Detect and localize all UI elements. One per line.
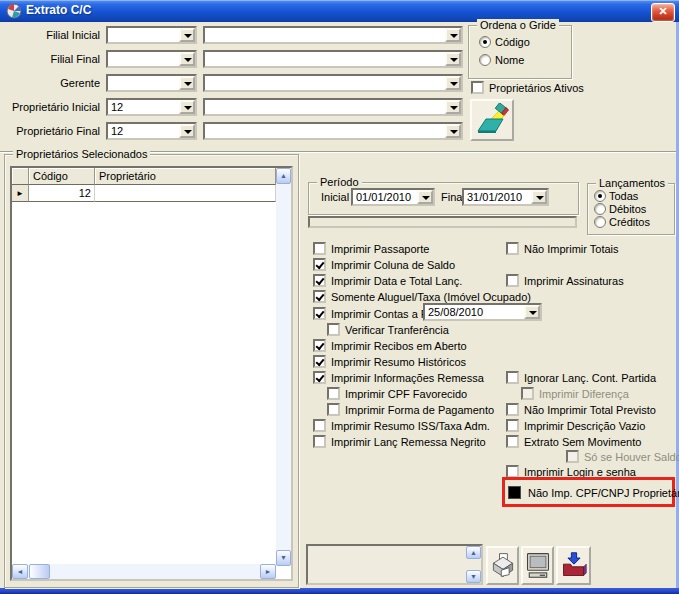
checkbox[interactable] xyxy=(313,355,326,368)
grid-corner-cell xyxy=(12,168,29,185)
radio-lancamentos-creditos[interactable] xyxy=(594,216,606,228)
checkbox[interactable] xyxy=(313,339,326,352)
checkbox[interactable] xyxy=(327,403,340,416)
chevron-down-icon[interactable] xyxy=(179,76,195,90)
checkbox[interactable] xyxy=(313,435,326,448)
clear-filters-button[interactable] xyxy=(470,99,514,141)
screen-preview-button[interactable] xyxy=(521,546,554,585)
grid-header-proprietario[interactable]: Proprietário xyxy=(95,168,276,185)
checkbox[interactable] xyxy=(471,81,484,94)
periodo-inicial-combo[interactable]: 01/01/2010 xyxy=(351,188,435,206)
checkbox[interactable] xyxy=(506,403,519,416)
radio-ordena-codigo[interactable] xyxy=(479,36,491,48)
progress-panel xyxy=(308,216,577,228)
checkbox[interactable] xyxy=(327,323,340,336)
chevron-down-icon[interactable] xyxy=(445,100,461,114)
row-indicator-icon: ► xyxy=(12,185,29,202)
radio-lancamentos-debitos[interactable] xyxy=(594,203,606,215)
sweep-clean-icon xyxy=(475,103,509,137)
grid-horizontal-scrollbar[interactable]: ◄ ► xyxy=(12,564,276,579)
chevron-down-icon[interactable] xyxy=(179,124,195,138)
filial-inicial-name-combo[interactable] xyxy=(203,26,463,44)
filial-inicial-label: Filial Inicial xyxy=(0,26,100,44)
proprietarios-selecionados-group: Proprietários Selecionados Código Propri… xyxy=(4,154,299,588)
proprietarios-selecionados-title: Proprietários Selecionados xyxy=(13,148,150,161)
ordena-gride-title: Ordena o Gride xyxy=(477,19,559,32)
lancamentos-group: Lançamentos Todas Débitos Créditos xyxy=(587,183,675,235)
chevron-down-icon[interactable] xyxy=(445,52,461,66)
scroll-up-icon[interactable]: ▲ xyxy=(466,546,481,559)
proprietarios-grid[interactable]: Código Proprietário ► 12 ▲ ▼ ◄ ► xyxy=(10,166,293,581)
scroll-right-icon[interactable]: ► xyxy=(260,564,276,579)
scroll-down-icon[interactable]: ▼ xyxy=(466,570,481,583)
grid-header-codigo[interactable]: Código xyxy=(29,168,95,185)
radio-ordena-codigo-label: Código xyxy=(495,36,530,49)
checkbox[interactable] xyxy=(506,435,519,448)
chevron-down-icon[interactable] xyxy=(179,52,195,66)
gerente-name-combo[interactable] xyxy=(203,74,463,92)
app-icon xyxy=(6,3,22,19)
checkbox-nao-imp-cpf-cnpj-proprietario[interactable] xyxy=(508,486,521,499)
window-bottom-border xyxy=(0,588,679,594)
proprietario-final-name-combo[interactable] xyxy=(203,122,463,140)
proprietario-final-label: Proprietário Final xyxy=(0,122,100,140)
checkbox[interactable] xyxy=(313,290,326,303)
chevron-down-icon[interactable] xyxy=(179,28,195,42)
gerente-label: Gerente xyxy=(0,74,100,92)
radio-lancamentos-todas[interactable] xyxy=(594,190,606,202)
scroll-down-icon[interactable]: ▼ xyxy=(276,550,291,566)
scroll-left-icon[interactable]: ◄ xyxy=(12,564,28,579)
proprietario-inicial-label: Proprietário Inicial xyxy=(0,98,100,116)
checkbox[interactable] xyxy=(313,258,326,271)
folder-download-icon xyxy=(560,551,588,581)
ordena-gride-group: Ordena o Gride Código Nome xyxy=(468,25,572,79)
gerente-code-combo[interactable] xyxy=(106,74,197,92)
radio-ordena-nome-label: Nome xyxy=(495,54,524,67)
grid-cell-proprietario[interactable] xyxy=(95,185,276,202)
chevron-down-icon[interactable] xyxy=(417,190,433,204)
checkbox xyxy=(566,450,579,463)
export-save-button[interactable] xyxy=(556,546,591,585)
checkbox[interactable] xyxy=(506,274,519,287)
close-button[interactable]: ✕ xyxy=(651,3,675,22)
filial-final-code-combo[interactable] xyxy=(106,50,197,68)
lancamentos-title: Lançamentos xyxy=(596,177,668,190)
checkbox[interactable] xyxy=(506,242,519,255)
nao-imp-cpf-cnpj-label: Não Imp. CPF/CNPJ Proprietário xyxy=(528,487,679,500)
print-button[interactable] xyxy=(486,546,519,585)
scrollbar-thumb[interactable] xyxy=(29,564,50,579)
chevron-down-icon[interactable] xyxy=(179,100,195,114)
monitor-icon xyxy=(524,551,552,581)
chevron-down-icon[interactable] xyxy=(524,305,540,319)
checkbox xyxy=(521,387,534,400)
checkbox[interactable] xyxy=(313,274,326,287)
proprietario-final-code-combo[interactable]: 12 xyxy=(106,122,197,140)
checkbox[interactable] xyxy=(506,371,519,384)
checkbox[interactable] xyxy=(506,419,519,432)
filial-final-name-combo[interactable] xyxy=(203,50,463,68)
notes-textarea[interactable]: ▲ ▼ xyxy=(306,544,483,585)
chevron-down-icon[interactable] xyxy=(445,124,461,138)
periodo-group: Período Inicial 01/01/2010 Final 31/01/2… xyxy=(308,182,579,215)
periodo-final-combo[interactable]: 31/01/2010 xyxy=(462,188,549,206)
proprietario-inicial-name-combo[interactable] xyxy=(203,98,463,116)
grid-vertical-scrollbar[interactable]: ▲ ▼ xyxy=(276,168,291,566)
grid-cell-codigo[interactable]: 12 xyxy=(29,185,95,202)
chevron-down-icon[interactable] xyxy=(445,76,461,90)
checkbox[interactable] xyxy=(313,371,326,384)
checkbox[interactable] xyxy=(313,307,326,320)
chevron-down-icon[interactable] xyxy=(531,190,547,204)
contas-pagar-date-combo[interactable]: 25/08/2010 xyxy=(423,303,542,321)
filial-inicial-code-combo[interactable] xyxy=(106,26,197,44)
proprietario-inicial-code-combo[interactable]: 12 xyxy=(106,98,197,116)
radio-ordena-nome[interactable] xyxy=(479,54,491,66)
window-title: Extrato C/C xyxy=(26,3,91,17)
checkbox[interactable] xyxy=(313,419,326,432)
radio-lancamentos-todas-label: Todas xyxy=(609,190,638,203)
checkbox[interactable] xyxy=(327,387,340,400)
checkbox[interactable] xyxy=(313,242,326,255)
scroll-up-icon[interactable]: ▲ xyxy=(276,168,291,184)
chevron-down-icon[interactable] xyxy=(445,28,461,42)
title-bar[interactable]: Extrato C/C ✕ xyxy=(0,0,679,22)
highlight-red-box: Não Imp. CPF/CNPJ Proprietário xyxy=(502,477,675,507)
